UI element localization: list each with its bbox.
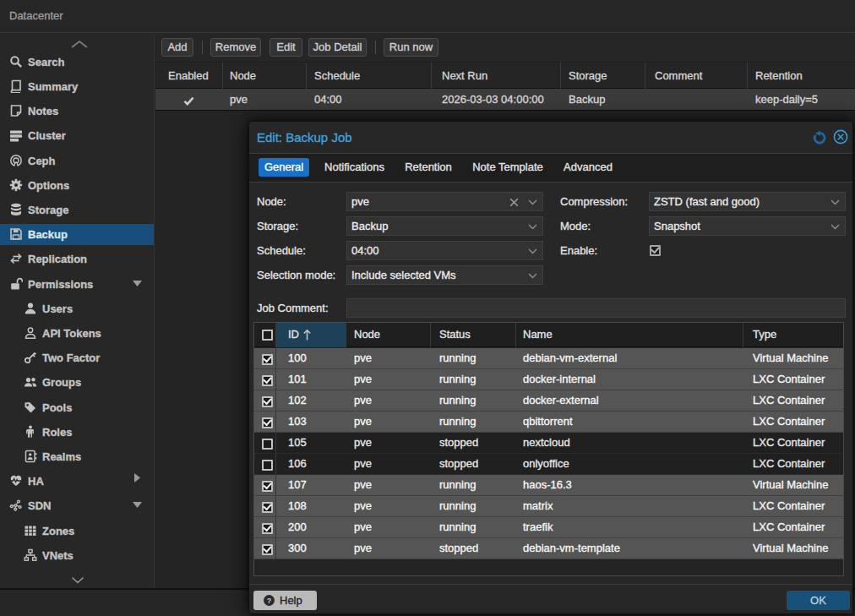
svg-text:?: ? [267, 597, 272, 605]
